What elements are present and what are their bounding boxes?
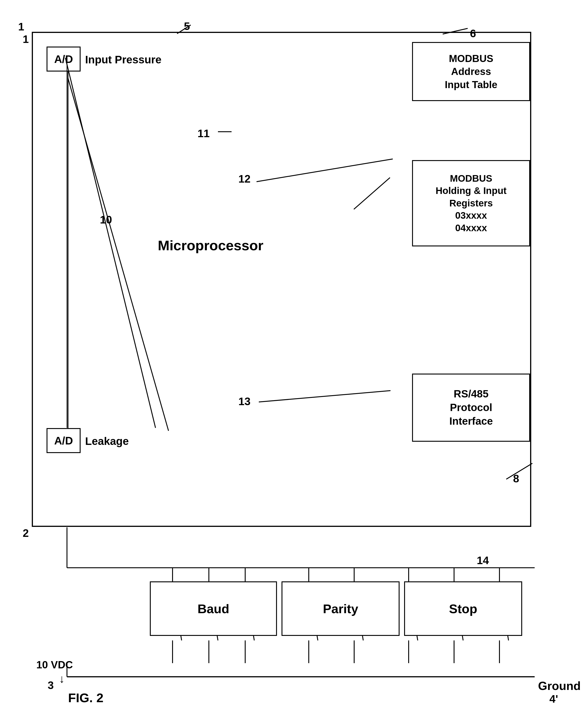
vdc-arrow: ↓ — [59, 672, 65, 685]
ref-num-1: 1 — [23, 33, 29, 45]
ref-num-11: 11 — [197, 127, 210, 140]
svg-line-8 — [65, 58, 155, 428]
baud-switch-box: Baud — [150, 581, 277, 636]
ref-num-2: 2 — [23, 527, 29, 539]
svg-line-10 — [506, 463, 532, 479]
ref-num-5: 5 — [184, 20, 190, 33]
svg-line-6 — [256, 159, 393, 182]
ref-num-3: 3 — [48, 679, 54, 692]
fig-label: FIG. 2 — [68, 691, 104, 705]
ground-label: Ground — [538, 679, 581, 693]
ref-num-14: 14 — [477, 554, 489, 567]
ref-num-6: 6 — [470, 27, 476, 40]
ref-num-13: 13 — [238, 395, 250, 408]
baud-label: Baud — [197, 601, 229, 616]
ref-num-4: 4' — [549, 693, 558, 705]
stop-label: Stop — [449, 601, 477, 616]
stop-switch-box: Stop — [404, 581, 522, 636]
parity-label: Parity — [323, 601, 358, 616]
vdc-label: 10 VDC — [36, 659, 73, 671]
svg-line-4 — [443, 28, 468, 34]
parity-switch-box: Parity — [281, 581, 400, 636]
ref-num-10: 10 — [100, 213, 112, 226]
ref-num-12: 12 — [238, 172, 250, 185]
ref-num-8: 8 — [513, 472, 519, 485]
svg-line-9 — [259, 391, 391, 402]
